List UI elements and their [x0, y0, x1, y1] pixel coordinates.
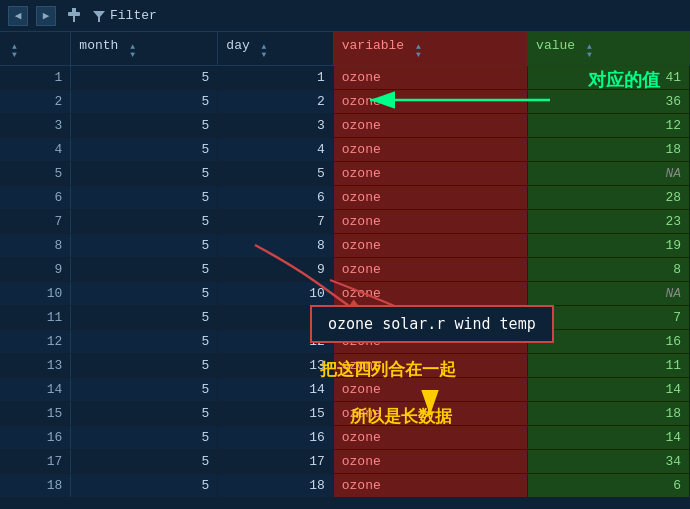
cell-value: 23	[528, 210, 690, 234]
cell-day: 10	[218, 282, 333, 306]
toolbar: ◀ ▶ Filter	[0, 0, 690, 32]
forward-button[interactable]: ▶	[36, 6, 56, 26]
table-row: 15515ozone18	[0, 402, 690, 426]
cell-value: 36	[528, 90, 690, 114]
cell-day: 11	[218, 306, 333, 330]
svg-marker-3	[93, 11, 105, 22]
cell-day: 18	[218, 474, 333, 498]
cell-rownum: 10	[0, 282, 71, 306]
cell-variable: ozone	[333, 330, 527, 354]
svg-rect-1	[68, 12, 80, 16]
cell-value: 14	[528, 426, 690, 450]
cell-day: 7	[218, 210, 333, 234]
table-header-row: ▲▼ month ▲▼ day ▲▼ variable ▲▼ value ▲▼	[0, 32, 690, 66]
svg-rect-2	[73, 16, 75, 22]
cell-day: 16	[218, 426, 333, 450]
cell-value: 6	[528, 474, 690, 498]
cell-value: NA	[528, 282, 690, 306]
sort-icon-rownum: ▲▼	[12, 43, 17, 59]
cell-rownum: 3	[0, 114, 71, 138]
cell-month: 5	[71, 306, 218, 330]
cell-rownum: 14	[0, 378, 71, 402]
cell-variable: ozone	[333, 66, 527, 90]
cell-variable: ozone	[333, 258, 527, 282]
cell-rownum: 9	[0, 258, 71, 282]
cell-month: 5	[71, 402, 218, 426]
cell-variable: ozone	[333, 162, 527, 186]
cell-day: 1	[218, 66, 333, 90]
table-row: 656ozone28	[0, 186, 690, 210]
pin-icon	[64, 6, 84, 26]
cell-variable: ozone	[333, 474, 527, 498]
cell-variable: ozone	[333, 354, 527, 378]
cell-month: 5	[71, 90, 218, 114]
col-header-month[interactable]: month ▲▼	[71, 32, 218, 66]
cell-rownum: 2	[0, 90, 71, 114]
col-header-day[interactable]: day ▲▼	[218, 32, 333, 66]
cell-month: 5	[71, 66, 218, 90]
table-row: 959ozone8	[0, 258, 690, 282]
cell-month: 5	[71, 330, 218, 354]
sort-icon-variable: ▲▼	[416, 43, 421, 59]
cell-variable: ozone	[333, 402, 527, 426]
table-row: 858ozone19	[0, 234, 690, 258]
table-row: 252ozone36	[0, 90, 690, 114]
table-row: 454ozone18	[0, 138, 690, 162]
cell-month: 5	[71, 378, 218, 402]
cell-day: 5	[218, 162, 333, 186]
cell-value: 19	[528, 234, 690, 258]
cell-rownum: 1	[0, 66, 71, 90]
cell-day: 15	[218, 402, 333, 426]
cell-month: 5	[71, 186, 218, 210]
cell-day: 8	[218, 234, 333, 258]
cell-value: 12	[528, 114, 690, 138]
cell-variable: ozone	[333, 90, 527, 114]
cell-value: 8	[528, 258, 690, 282]
cell-rownum: 13	[0, 354, 71, 378]
back-button[interactable]: ◀	[8, 6, 28, 26]
sort-icon-month: ▲▼	[130, 43, 135, 59]
table-row: 10510ozoneNA	[0, 282, 690, 306]
cell-day: 12	[218, 330, 333, 354]
table-row: 151ozone41	[0, 66, 690, 90]
cell-rownum: 6	[0, 186, 71, 210]
filter-button[interactable]: Filter	[92, 8, 157, 23]
col-header-value[interactable]: value ▲▼	[528, 32, 690, 66]
cell-variable: ozone	[333, 186, 527, 210]
data-table: ▲▼ month ▲▼ day ▲▼ variable ▲▼ value ▲▼	[0, 32, 690, 498]
table-row: 13513ozone11	[0, 354, 690, 378]
cell-month: 5	[71, 258, 218, 282]
cell-rownum: 8	[0, 234, 71, 258]
cell-month: 5	[71, 210, 218, 234]
cell-value: 18	[528, 138, 690, 162]
cell-month: 5	[71, 474, 218, 498]
cell-month: 5	[71, 234, 218, 258]
cell-day: 13	[218, 354, 333, 378]
cell-day: 3	[218, 114, 333, 138]
cell-rownum: 15	[0, 402, 71, 426]
col-header-rownum[interactable]: ▲▼	[0, 32, 71, 66]
cell-value: 41	[528, 66, 690, 90]
cell-rownum: 4	[0, 138, 71, 162]
cell-value: 11	[528, 354, 690, 378]
sort-icon-value: ▲▼	[587, 43, 592, 59]
col-header-variable[interactable]: variable ▲▼	[333, 32, 527, 66]
cell-value: 7	[528, 306, 690, 330]
cell-value: NA	[528, 162, 690, 186]
cell-day: 14	[218, 378, 333, 402]
cell-month: 5	[71, 426, 218, 450]
cell-day: 2	[218, 90, 333, 114]
cell-variable: ozone	[333, 210, 527, 234]
cell-day: 17	[218, 450, 333, 474]
cell-variable: ozone	[333, 138, 527, 162]
cell-month: 5	[71, 114, 218, 138]
cell-variable: ozone	[333, 234, 527, 258]
cell-day: 9	[218, 258, 333, 282]
cell-month: 5	[71, 138, 218, 162]
cell-day: 6	[218, 186, 333, 210]
cell-rownum: 16	[0, 426, 71, 450]
table-row: 18518ozone6	[0, 474, 690, 498]
table-row: 14514ozone14	[0, 378, 690, 402]
cell-month: 5	[71, 162, 218, 186]
data-table-container[interactable]: ▲▼ month ▲▼ day ▲▼ variable ▲▼ value ▲▼	[0, 32, 690, 509]
